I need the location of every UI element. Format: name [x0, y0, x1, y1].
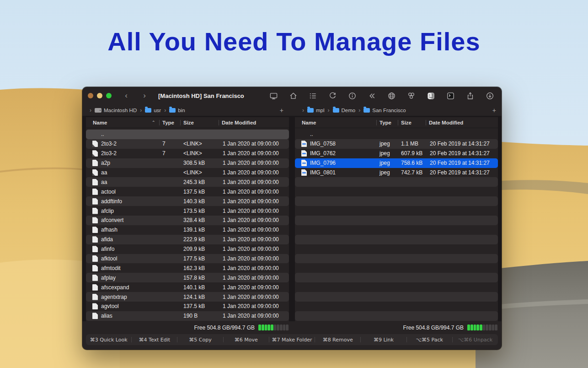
- file-size: <LINK>: [180, 141, 219, 147]
- left-add-tab-button[interactable]: +: [276, 107, 283, 114]
- file-name-cell: ..: [295, 131, 376, 137]
- breadcrumb-item[interactable]: bin: [169, 108, 185, 113]
- breadcrumb-chevron-icon: ›: [140, 107, 142, 114]
- file-row[interactable]: 2to3-27<LINK>1 Jan 2020 at 09:00:00: [86, 139, 289, 149]
- function-button-6-unpack: ⌥⌘6 Unpack: [453, 334, 498, 345]
- file-size: 742.7 kB: [398, 169, 426, 176]
- function-button-5-copy[interactable]: ⌘5 Copy: [177, 334, 223, 345]
- file-row[interactable]: aa<LINK>1 Jan 2020 at 09:00:00: [86, 168, 289, 178]
- file-row[interactable]: afktool177.5 kB1 Jan 2020 at 09:00:00: [86, 254, 289, 264]
- display-icon[interactable]: [269, 91, 278, 100]
- function-button-6-move[interactable]: ⌘6 Move: [224, 334, 269, 345]
- file-size: 137.5 kB: [180, 303, 219, 309]
- file-row[interactable]: 2to3-27<LINK>1 Jan 2020 at 09:00:00: [86, 149, 289, 158]
- breadcrumb-item[interactable]: Demo: [333, 108, 356, 113]
- network-nodes-icon[interactable]: [406, 91, 416, 100]
- file-row[interactable]: afmtodit162.3 kB1 Jan 2020 at 09:00:00: [86, 263, 289, 273]
- symlink-file-icon: [92, 169, 98, 176]
- left-disk-usage-bar: [258, 325, 289, 330]
- doc-file-icon: [92, 179, 98, 185]
- column-header-name[interactable]: Name: [295, 117, 376, 128]
- home-icon[interactable]: [289, 91, 298, 100]
- column-header-size[interactable]: Size: [398, 117, 426, 128]
- right-free-space-label: Free 504.8 GB/994.7 GB: [403, 325, 464, 331]
- file-row[interactable]: afclip173.5 kB1 Jan 2020 at 09:00:00: [86, 206, 289, 216]
- traffic-lights: [88, 93, 112, 98]
- file-row[interactable]: afinfo209.9 kB1 Jan 2020 at 09:00:00: [86, 244, 289, 254]
- empty-row: [295, 263, 498, 273]
- breadcrumb-item[interactable]: San Francisco: [363, 108, 406, 113]
- breadcrumb-label: Macintosh HD: [104, 108, 137, 113]
- column-header-date-modified[interactable]: Date Modified: [219, 117, 289, 128]
- download-icon[interactable]: [485, 91, 494, 100]
- file-row[interactable]: afscexpand140.1 kB1 Jan 2020 at 09:00:00: [86, 282, 289, 292]
- function-button-3-quick-look[interactable]: ⌘3 Quick Look: [86, 334, 131, 345]
- file-row[interactable]: addftinfo140.3 kB1 Jan 2020 at 09:00:00: [86, 196, 289, 206]
- file-size: <LINK>: [180, 150, 219, 157]
- column-header-size[interactable]: Size: [180, 117, 219, 128]
- doc-file-icon: [92, 284, 98, 291]
- disk-usage-segment: [486, 325, 488, 330]
- file-size: 124.1 kB: [180, 294, 219, 300]
- column-header-type[interactable]: Type: [159, 117, 180, 128]
- file-row[interactable]: ..: [86, 130, 289, 139]
- column-header-type[interactable]: Type: [376, 117, 398, 128]
- function-button-8-remove[interactable]: ⌘8 Remove: [315, 334, 360, 345]
- reload-icon[interactable]: [328, 91, 337, 100]
- file-row[interactable]: IMG_0758jpeg1.1 MB20 Feb 2019 at 14:31:2…: [295, 139, 498, 149]
- file-name: ..: [310, 131, 313, 137]
- column-header-date-modified[interactable]: Date Modified: [426, 117, 498, 128]
- file-row[interactable]: alias190 B1 Jan 2020 at 09:00:00: [86, 311, 289, 321]
- file-date-modified: 1 Jan 2020 at 09:00:00: [219, 255, 289, 262]
- right-file-list: ..IMG_0758jpeg1.1 MB20 Feb 2019 at 14:31…: [295, 128, 498, 321]
- back-icon[interactable]: ‹: [123, 91, 130, 100]
- minimize-button[interactable]: [97, 93, 102, 98]
- file-row[interactable]: a2p308.5 kB1 Jan 2020 at 09:00:00: [86, 158, 289, 168]
- file-size: <LINK>: [180, 169, 219, 176]
- file-row[interactable]: agentxtrap124.1 kB1 Jan 2020 at 09:00:00: [86, 292, 289, 302]
- file-row[interactable]: aa245.3 kB1 Jan 2020 at 09:00:00: [86, 177, 289, 187]
- file-date-modified: 1 Jan 2020 at 09:00:00: [219, 217, 289, 223]
- breadcrumb-item[interactable]: usr: [145, 108, 161, 113]
- file-name-cell: afscexpand: [86, 284, 159, 291]
- file-name: addftinfo: [101, 198, 122, 205]
- file-row[interactable]: afplay157.8 kB1 Jan 2020 at 09:00:00: [86, 273, 289, 282]
- function-button-7-make-folder[interactable]: ⌘7 Make Folder: [269, 334, 315, 345]
- column-header-name[interactable]: Name ⌃: [86, 117, 159, 128]
- terminal-icon[interactable]: [446, 91, 455, 100]
- close-button[interactable]: [88, 93, 93, 98]
- share-icon[interactable]: [465, 91, 475, 100]
- double-chevron-left-icon[interactable]: [367, 91, 376, 100]
- file-name: IMG_0762: [310, 150, 336, 157]
- forward-icon[interactable]: ›: [141, 91, 148, 100]
- left-file-list: ..2to3-27<LINK>1 Jan 2020 at 09:00:002to…: [86, 128, 289, 321]
- empty-row: [295, 254, 498, 264]
- finder-icon[interactable]: [426, 91, 435, 100]
- function-button-9-link[interactable]: ⌘9 Link: [361, 334, 406, 345]
- list-icon[interactable]: [308, 91, 317, 100]
- file-row[interactable]: actool137.5 kB1 Jan 2020 at 09:00:00: [86, 187, 289, 196]
- file-row[interactable]: ..: [295, 130, 498, 139]
- file-row[interactable]: afida222.9 kB1 Jan 2020 at 09:00:00: [86, 235, 289, 244]
- function-button-5-pack[interactable]: ⌥⌘5 Pack: [407, 334, 452, 345]
- function-button-4-text-edit[interactable]: ⌘4 Text Edit: [132, 334, 177, 345]
- file-row[interactable]: IMG_0796jpeg758.6 kB20 Feb 2019 at 14:31…: [295, 158, 498, 168]
- left-column-headers: Name ⌃ Type Size Date Modified: [86, 117, 289, 128]
- file-date-modified: 20 Feb 2019 at 14:31:27: [426, 141, 498, 147]
- breadcrumb-item[interactable]: mpl: [307, 108, 325, 113]
- file-row[interactable]: IMG_0762jpeg607.9 kB20 Feb 2019 at 14:31…: [295, 149, 498, 158]
- file-row[interactable]: agvtool137.5 kB1 Jan 2020 at 09:00:00: [86, 302, 289, 311]
- file-row[interactable]: afconvert328.4 kB1 Jan 2020 at 09:00:00: [86, 216, 289, 225]
- file-row[interactable]: IMG_0801jpeg742.7 kB20 Feb 2019 at 14:31…: [295, 168, 498, 178]
- file-date-modified: 1 Jan 2020 at 09:00:00: [219, 179, 289, 185]
- right-add-tab-button[interactable]: +: [489, 107, 496, 114]
- globe-icon[interactable]: [387, 91, 396, 100]
- file-name-cell: afktool: [86, 255, 159, 262]
- folder-icon: [307, 108, 314, 113]
- file-row[interactable]: afhash139.1 kB1 Jan 2020 at 09:00:00: [86, 225, 289, 235]
- file-date-modified: 1 Jan 2020 at 09:00:00: [219, 227, 289, 233]
- zoom-button[interactable]: [106, 93, 112, 98]
- breadcrumb-item[interactable]: Macintosh HD: [95, 108, 137, 113]
- info-icon[interactable]: [347, 91, 357, 100]
- right-breadcrumb: ›mpl›Demo›San Francisco: [301, 107, 406, 114]
